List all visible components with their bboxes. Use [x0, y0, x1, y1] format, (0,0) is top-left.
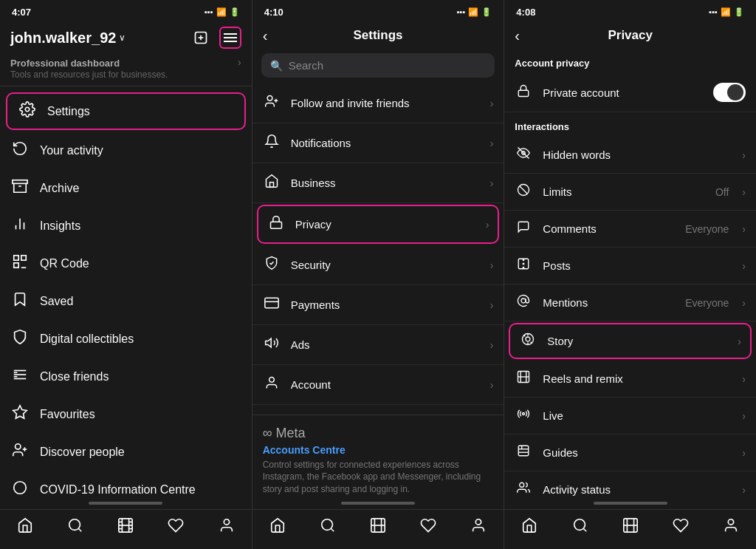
status-icons-1: ▪▪▪ 📶 🔋 [205, 7, 240, 17]
security-icon [263, 256, 281, 274]
reels-nav-3[interactable] [622, 517, 639, 537]
settings-item-business[interactable]: Business › [252, 163, 504, 203]
svg-rect-48 [265, 298, 278, 307]
privacy-item-live[interactable]: Live › [504, 398, 756, 434]
accounts-centre-link[interactable]: Accounts Centre [263, 444, 494, 456]
svg-point-90 [574, 519, 585, 531]
profile-nav-3[interactable] [723, 517, 739, 537]
covid-icon [10, 480, 30, 499]
privacy-item-hidden-words[interactable]: Hidden words › [504, 137, 756, 174]
search-bar[interactable]: 🔍 Search [261, 53, 495, 78]
private-account-toggle[interactable] [713, 83, 746, 102]
sidebar-item-archive[interactable]: Archive [0, 169, 252, 207]
username: john.walker_92 [10, 30, 116, 47]
story-icon [519, 333, 537, 349]
settings-item-account[interactable]: Account › [252, 365, 504, 405]
settings-item-help[interactable]: Help › [252, 405, 504, 415]
search-nav-2[interactable] [320, 517, 336, 537]
battery-icon-2: 🔋 [481, 7, 492, 17]
sidebar-item-covid[interactable]: COVID-19 Information Centre [0, 471, 252, 502]
settings-item-ads[interactable]: Ads › [252, 325, 504, 365]
home-nav-icon[interactable] [17, 517, 33, 537]
heart-nav-icon[interactable] [168, 517, 184, 537]
privacy-list: Account privacy Private account Interact… [504, 49, 756, 502]
qr-icon [10, 253, 30, 273]
sidebar-item-saved[interactable]: Saved [0, 282, 252, 320]
settings-item-follow[interactable]: Follow and invite friends › [252, 83, 504, 123]
sidebar-item-close-friends[interactable]: Close friends [0, 358, 252, 395]
privacy-item-private-account[interactable]: Private account [504, 73, 756, 112]
guides-label: Guides [543, 446, 732, 459]
sidebar-item-collectibles[interactable]: Digital collectibles [0, 320, 252, 358]
privacy-item-guides[interactable]: Guides › [504, 434, 756, 471]
signal-icon-3: ▪▪▪ [709, 7, 718, 16]
profile-nav-2[interactable] [470, 517, 487, 537]
bottom-nav-2 [252, 509, 504, 549]
privacy-item-story[interactable]: Story › [509, 323, 752, 359]
svg-line-68 [520, 186, 528, 194]
privacy-title: Privacy [608, 28, 653, 43]
privacy-item-posts[interactable]: Posts › [504, 248, 756, 284]
svg-line-33 [78, 528, 81, 531]
comments-value: Everyone [685, 223, 729, 235]
svg-rect-14 [14, 263, 18, 267]
privacy-item-activity[interactable]: Activity status › [504, 471, 756, 502]
svg-point-75 [526, 337, 530, 341]
covid-label: COVID-19 Information Centre [40, 483, 196, 497]
search-nav-3[interactable] [572, 517, 588, 537]
back-button[interactable]: ‹ [263, 27, 268, 44]
limits-label: Limits [543, 185, 705, 198]
svg-point-70 [523, 259, 525, 261]
svg-rect-7 [13, 180, 27, 184]
pro-dashboard[interactable]: Professional dashboard › Tools and resou… [0, 53, 252, 86]
svg-rect-13 [21, 256, 26, 260]
ads-label: Ads [291, 338, 480, 351]
sidebar-item-discover[interactable]: Discover people [0, 433, 252, 471]
settings-item-security[interactable]: Security › [252, 245, 504, 285]
status-icons-3: ▪▪▪ 📶 🔋 [709, 7, 744, 17]
payments-label: Payments [291, 299, 480, 311]
privacy-back-button[interactable]: ‹ [515, 27, 520, 44]
privacy-item-limits[interactable]: Limits Off › [504, 174, 756, 211]
account-label: Account [291, 378, 480, 391]
heart-nav-2[interactable] [420, 517, 436, 537]
reels-nav-icon[interactable] [117, 517, 134, 537]
insights-icon [10, 216, 30, 236]
svg-point-69 [523, 263, 525, 265]
search-nav-icon[interactable] [67, 517, 83, 537]
search-icon: 🔍 [270, 60, 283, 72]
home-nav-3[interactable] [521, 517, 537, 537]
profile-nav-icon[interactable] [219, 517, 235, 537]
menu-button[interactable] [219, 27, 241, 49]
svg-rect-46 [269, 183, 273, 188]
settings-item-privacy[interactable]: Privacy › [257, 205, 500, 244]
svg-point-42 [224, 519, 229, 525]
security-label: Security [291, 259, 480, 271]
sidebar-item-settings[interactable]: Settings [6, 92, 246, 130]
sidebar-item-activity[interactable]: Your activity [0, 132, 252, 169]
settings-item-notifications[interactable]: Notifications › [252, 123, 504, 163]
sidebar-item-favourites[interactable]: Favourites [0, 395, 252, 433]
heart-nav-3[interactable] [673, 517, 689, 537]
reels-icon [515, 370, 532, 387]
home-indicator-2 [341, 502, 415, 505]
close-friends-icon [10, 366, 30, 386]
time-3: 4:08 [516, 7, 535, 18]
reels-nav-2[interactable] [370, 517, 386, 537]
add-button[interactable] [190, 27, 212, 49]
privacy-item-mentions[interactable]: Mentions Everyone › [504, 284, 756, 321]
insights-label: Insights [40, 219, 80, 233]
sidebar-item-qr[interactable]: QR Code [0, 245, 252, 282]
home-nav-2[interactable] [269, 517, 286, 537]
sidebar-item-insights[interactable]: Insights [0, 207, 252, 245]
svg-point-84 [523, 413, 525, 415]
posts-icon [515, 257, 532, 274]
archive-icon [10, 178, 30, 198]
live-label: Live [543, 409, 732, 422]
username-row[interactable]: john.walker_92 ∨ [10, 30, 126, 47]
settings-item-payments[interactable]: Payments › [252, 285, 504, 325]
notifications-icon [263, 134, 281, 152]
privacy-item-reels[interactable]: Reels and remix › [504, 361, 756, 398]
toggle-knob [727, 84, 743, 100]
privacy-item-comments[interactable]: Comments Everyone › [504, 211, 756, 248]
